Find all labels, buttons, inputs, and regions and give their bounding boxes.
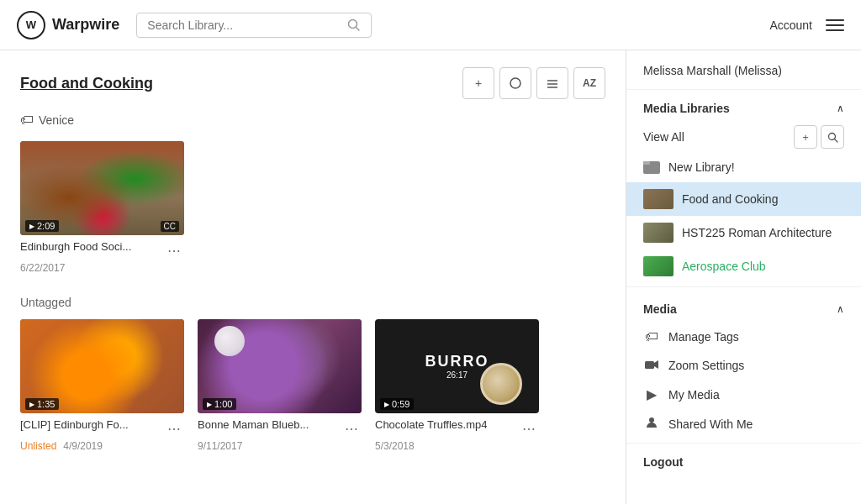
sidebar: Melissa Marshall (Melissa) Media Librari… bbox=[626, 50, 861, 504]
search-icon bbox=[347, 18, 361, 32]
more-options-button[interactable]: ⋯ bbox=[164, 418, 184, 438]
logo-icon: W bbox=[17, 11, 45, 39]
circle-button[interactable] bbox=[499, 67, 531, 99]
video-date: 9/11/2017 bbox=[198, 440, 362, 452]
video-info: Edinburgh Food Soci... ⋯ 6/22/2017 bbox=[20, 235, 184, 276]
add-library-button[interactable]: + bbox=[794, 125, 817, 149]
sidebar-item-new-library[interactable]: New Library! bbox=[626, 152, 861, 182]
video-duration: ▶ 1:35 bbox=[25, 398, 59, 410]
play-icon: ▶ bbox=[207, 401, 212, 408]
sidebar-item-manage-tags[interactable]: 🏷 Manage Tags bbox=[626, 323, 861, 351]
video-status-row: Unlisted 4/9/2019 bbox=[20, 438, 184, 452]
video-date: 6/22/2017 bbox=[20, 262, 184, 274]
video-title-row: [CLIP] Edinburgh Fo... ⋯ bbox=[20, 418, 184, 438]
person-icon bbox=[645, 416, 658, 429]
video-title-row: Edinburgh Food Soci... ⋯ bbox=[20, 240, 184, 260]
video-duration: ▶ 1:00 bbox=[203, 398, 236, 410]
cc-badge: CC bbox=[161, 221, 179, 232]
sidebar-item-aerospace[interactable]: Aerospace Club bbox=[626, 249, 861, 283]
svg-line-1 bbox=[357, 27, 360, 30]
logout-button[interactable]: Logout bbox=[626, 443, 861, 480]
search-input[interactable] bbox=[147, 18, 341, 32]
view-all-label[interactable]: View All bbox=[643, 130, 794, 144]
aerospace-thumb bbox=[643, 256, 673, 276]
tag-icon: 🏷 bbox=[643, 329, 660, 344]
section-header: Food and Cooking + AZ bbox=[20, 67, 605, 99]
more-options-button[interactable]: ⋯ bbox=[164, 240, 184, 260]
sidebar-item-shared-with-me[interactable]: Shared With Me bbox=[626, 409, 861, 439]
media-section-header: Media ∧ bbox=[626, 291, 861, 323]
food-cooking-label: Food and Cooking bbox=[682, 192, 778, 206]
untagged-label: Untagged bbox=[20, 296, 605, 309]
video-card[interactable]: BURRO 26:17 ▶ 0:59 Chocolate Truff bbox=[375, 319, 539, 454]
svg-rect-10 bbox=[645, 361, 654, 369]
thumbnail-overlay bbox=[214, 326, 245, 356]
video-title: [CLIP] Edinburgh Fo... bbox=[20, 418, 161, 433]
video-overlay: ▶ 1:35 bbox=[20, 395, 184, 413]
tagged-video-grid: ▶ 2:09 CC Edinburgh Food Soci... ⋯ 6/22/… bbox=[20, 141, 605, 276]
svg-marker-11 bbox=[654, 360, 658, 369]
video-title: Chocolate Truffles.mp4 bbox=[375, 418, 515, 433]
video-overlay: ▶ 1:00 bbox=[198, 395, 362, 413]
sidebar-item-food-cooking[interactable]: Food and Cooking bbox=[626, 182, 861, 216]
video-status: Unlisted bbox=[20, 440, 56, 452]
search-library-button[interactable] bbox=[821, 125, 844, 149]
zoom-settings-label: Zoom Settings bbox=[668, 359, 744, 372]
video-thumbnail: ▶ 2:09 CC bbox=[20, 141, 184, 235]
tag-icon: 🏷 bbox=[20, 113, 34, 128]
svg-rect-9 bbox=[643, 161, 650, 165]
media-collapse-icon[interactable]: ∧ bbox=[837, 303, 844, 315]
video-duration: ▶ 0:59 bbox=[380, 398, 414, 410]
tag-row: 🏷 Venice bbox=[20, 113, 605, 128]
video-card[interactable]: ▶ 1:00 Bonne Maman Blueb... ⋯ 9/11/2017 bbox=[198, 319, 362, 454]
my-media-icon: ▶ bbox=[643, 386, 660, 402]
svg-point-12 bbox=[649, 417, 654, 423]
sidebar-divider bbox=[626, 286, 861, 287]
main-layout: Food and Cooking + AZ bbox=[0, 50, 861, 504]
burro-logo: BURRO bbox=[425, 353, 489, 370]
svg-point-2 bbox=[510, 78, 520, 88]
hamburger-menu[interactable] bbox=[826, 19, 844, 31]
sidebar-item-roman-arch[interactable]: HST225 Roman Architecture bbox=[626, 216, 861, 249]
sort-az-button[interactable]: AZ bbox=[573, 67, 605, 99]
video-card[interactable]: ▶ 2:09 CC Edinburgh Food Soci... ⋯ 6/22/… bbox=[20, 141, 184, 276]
search-bar[interactable] bbox=[136, 13, 372, 38]
account-link[interactable]: Account bbox=[769, 18, 812, 32]
logo-area: W Warpwire bbox=[17, 11, 119, 39]
list-view-button[interactable] bbox=[536, 67, 568, 99]
sidebar-item-my-media[interactable]: ▶ My Media bbox=[626, 380, 861, 409]
shared-icon bbox=[643, 416, 660, 433]
search-icon bbox=[827, 132, 838, 143]
svg-line-7 bbox=[834, 139, 837, 142]
video-title-row: Chocolate Truffles.mp4 ⋯ bbox=[375, 418, 539, 438]
media-libraries-header: Media Libraries ∧ bbox=[626, 90, 861, 122]
video-title: Bonne Maman Blueb... bbox=[198, 418, 338, 433]
venice-tag[interactable]: Venice bbox=[39, 113, 74, 127]
zoom-camera-icon bbox=[645, 360, 658, 370]
more-options-button[interactable]: ⋯ bbox=[341, 418, 362, 438]
video-date: 5/3/2018 bbox=[375, 440, 539, 452]
food-cooking-thumb bbox=[643, 189, 673, 209]
sidebar-item-zoom-settings[interactable]: Zoom Settings bbox=[626, 351, 861, 380]
video-overlay: ▶ 2:09 CC bbox=[20, 217, 184, 235]
user-name: Melissa Marshall (Melissa) bbox=[626, 64, 861, 90]
main-content: Food and Cooking + AZ bbox=[0, 50, 626, 504]
roman-arch-label: HST225 Roman Architecture bbox=[682, 226, 832, 239]
collapse-icon[interactable]: ∧ bbox=[837, 102, 844, 114]
video-title: Edinburgh Food Soci... bbox=[20, 240, 161, 255]
logo-letter: W bbox=[26, 18, 36, 31]
video-date: 4/9/2019 bbox=[63, 440, 103, 452]
more-options-button[interactable]: ⋯ bbox=[519, 418, 539, 438]
play-icon: ▶ bbox=[384, 401, 389, 408]
burro-sub: 26:17 bbox=[446, 370, 467, 380]
video-card[interactable]: ▶ 1:35 [CLIP] Edinburgh Fo... ⋯ Unlisted… bbox=[20, 319, 184, 454]
video-duration: ▶ 2:09 bbox=[25, 220, 59, 232]
video-info: Chocolate Truffles.mp4 ⋯ 5/3/2018 bbox=[375, 413, 539, 454]
media-libraries-title: Media Libraries bbox=[643, 102, 730, 115]
circle-icon bbox=[509, 76, 522, 90]
sidebar-action-buttons: + bbox=[794, 125, 844, 149]
app-header: W Warpwire Account bbox=[0, 0, 861, 50]
add-button[interactable]: + bbox=[462, 67, 494, 99]
roman-arch-thumb bbox=[643, 223, 673, 243]
list-icon bbox=[546, 76, 559, 90]
